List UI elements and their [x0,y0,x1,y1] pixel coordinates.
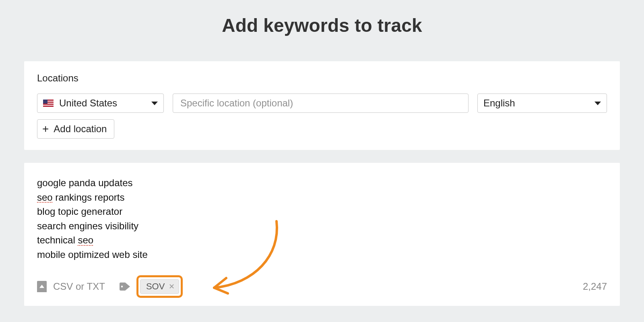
keywords-textarea[interactable]: google panda updatesseo rankings reports… [37,176,607,262]
locations-card: Locations United States Specific locatio… [24,61,620,150]
tag-chip[interactable]: SOV ✕ [140,279,179,294]
keyword-line: google panda updates [37,176,607,190]
keywords-card: google panda updatesseo rankings reports… [24,163,620,306]
language-select-value: English [483,98,515,109]
keyword-line: technical seo [37,233,607,247]
misspelled-word: seo [37,192,53,203]
add-location-label: Add location [54,123,107,135]
locations-label: Locations [37,73,607,84]
specific-location-input[interactable]: Specific location (optional) [173,93,469,113]
svg-point-0 [121,286,123,287]
chevron-down-icon [151,102,158,105]
upload-icon[interactable] [37,281,47,292]
flag-us-icon [43,100,54,107]
page-title: Add keywords to track [222,15,422,36]
language-select[interactable]: English [477,93,607,113]
plus-icon: + [42,123,49,135]
misspelled-word: seo [78,235,93,245]
close-icon[interactable]: ✕ [169,283,175,290]
country-select-value: United States [59,98,117,109]
chevron-down-icon [594,102,601,105]
tag-chip-highlight: SOV ✕ [136,275,183,298]
keyword-line: blog topic generator [37,204,607,219]
keyword-line: mobile optimized web site [37,247,607,262]
upload-label[interactable]: CSV or TXT [53,281,105,292]
keyword-line: seo rankings reports [37,190,607,205]
keyword-line: search engines visibility [37,219,607,233]
add-location-button[interactable]: + Add location [37,119,114,139]
tag-chip-label: SOV [146,281,165,292]
country-select[interactable]: United States [37,93,164,113]
specific-location-placeholder: Specific location (optional) [180,98,293,109]
tag-icon[interactable] [120,283,130,291]
char-count: 2,247 [583,281,607,292]
keywords-footer: CSV or TXT SOV ✕ 2,247 [37,275,607,298]
